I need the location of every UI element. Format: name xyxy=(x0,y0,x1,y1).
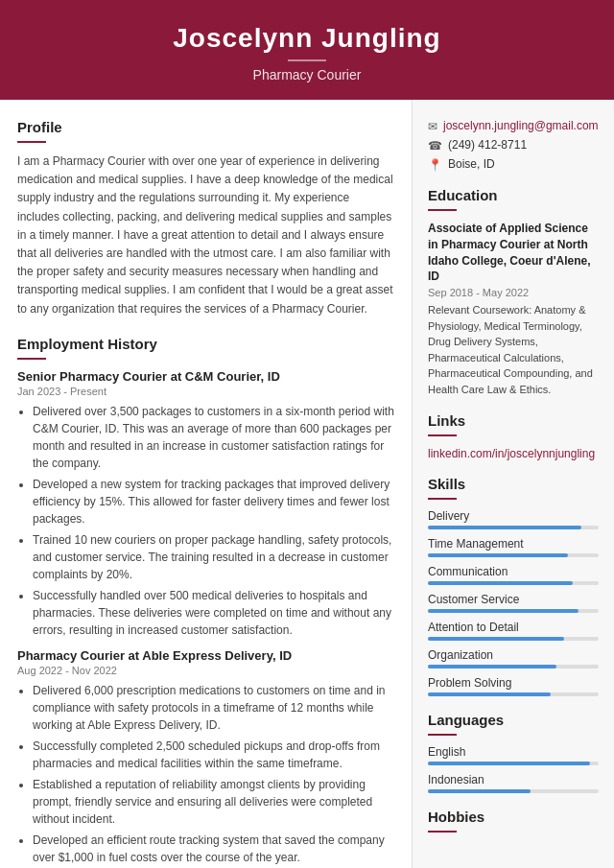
skill-name: Communication xyxy=(428,565,599,578)
skill-item: Organization xyxy=(428,648,599,669)
skill-bar-bg xyxy=(428,692,599,696)
language-bar-bg xyxy=(428,762,599,765)
languages-section: Languages English Indonesian xyxy=(428,712,599,793)
list-item: Delivered over 3,500 packages to custome… xyxy=(33,403,394,472)
skill-bar-fill xyxy=(428,581,573,585)
links-section: Links linkedin.com/in/joscelynnjungling xyxy=(428,412,599,460)
job-2-dates: Aug 2022 - Nov 2022 xyxy=(17,665,394,676)
employment-divider xyxy=(17,358,46,360)
phone-text: (249) 412-8711 xyxy=(448,138,527,152)
skill-bar-fill xyxy=(428,526,581,529)
education-section: Education Associate of Applied Science i… xyxy=(428,187,599,397)
job-2: Pharmacy Courier at Able Express Deliver… xyxy=(17,648,394,866)
language-item: English xyxy=(428,745,599,765)
skill-item: Attention to Detail xyxy=(428,621,599,641)
skill-name: Problem Solving xyxy=(428,676,599,690)
skill-name: Delivery xyxy=(428,509,599,523)
skill-name: Organization xyxy=(428,648,599,662)
links-divider xyxy=(428,434,457,436)
skill-name: Attention to Detail xyxy=(428,621,599,634)
languages-divider xyxy=(428,734,457,736)
list-item: Established a reputation of reliability … xyxy=(33,776,394,828)
contact-section: ✉ joscelynn.jungling@gmail.com ☎ (249) 4… xyxy=(428,119,599,172)
employment-section: Employment History Senior Pharmacy Couri… xyxy=(17,336,394,866)
phone-icon: ☎ xyxy=(428,139,442,152)
location-icon: 📍 xyxy=(428,158,442,172)
skill-item: Delivery xyxy=(428,509,599,529)
location-text: Boise, ID xyxy=(448,157,495,171)
email-icon: ✉ xyxy=(428,120,437,133)
skill-bar-fill xyxy=(428,665,556,669)
right-column: ✉ joscelynn.jungling@gmail.com ☎ (249) 4… xyxy=(413,100,614,868)
language-name: Indonesian xyxy=(428,773,599,786)
languages-title: Languages xyxy=(428,712,599,728)
job-1-bullets: Delivered over 3,500 packages to custome… xyxy=(17,403,394,639)
language-bar-fill xyxy=(428,789,531,793)
skill-item: Problem Solving xyxy=(428,676,599,696)
skill-bar-fill xyxy=(428,609,579,613)
skill-bar-bg xyxy=(428,609,599,613)
skill-bar-bg xyxy=(428,665,599,669)
body-section: Profile I am a Pharmacy Courier with ove… xyxy=(0,100,614,868)
profile-section: Profile I am a Pharmacy Courier with ove… xyxy=(17,119,394,318)
header-section: Joscelynn Jungling Pharmacy Courier xyxy=(0,0,614,100)
education-title: Education xyxy=(428,187,599,203)
job-1-title: Senior Pharmacy Courier at C&M Courier, … xyxy=(17,369,394,384)
contact-email: ✉ joscelynn.jungling@gmail.com xyxy=(428,119,599,133)
hobbies-title: Hobbies xyxy=(428,809,599,825)
skill-item: Communication xyxy=(428,565,599,585)
skill-bar-bg xyxy=(428,637,599,641)
languages-container: English Indonesian xyxy=(428,745,599,793)
profile-text: I am a Pharmacy Courier with over one ye… xyxy=(17,152,394,318)
skill-bar-bg xyxy=(428,526,599,529)
edu-coursework: Relevant Coursework: Anatomy & Physiolog… xyxy=(428,302,599,397)
profile-divider xyxy=(17,141,46,143)
list-item: Developed a new system for tracking pack… xyxy=(33,476,394,528)
language-bar-bg xyxy=(428,789,599,793)
list-item: Developed an efficient route tracking sy… xyxy=(33,832,394,866)
left-column: Profile I am a Pharmacy Courier with ove… xyxy=(0,100,413,868)
contact-phone: ☎ (249) 412-8711 xyxy=(428,138,599,152)
skill-bar-fill xyxy=(428,637,564,641)
candidate-name: Joscelynn Jungling xyxy=(19,23,595,54)
edu-dates: Sep 2018 - May 2022 xyxy=(428,287,599,298)
header-divider xyxy=(288,59,326,61)
email-link[interactable]: joscelynn.jungling@gmail.com xyxy=(443,119,599,132)
profile-title: Profile xyxy=(17,119,394,135)
skill-item: Time Management xyxy=(428,537,599,557)
skill-bar-fill xyxy=(428,692,551,696)
skills-container: Delivery Time Management Communication C… xyxy=(428,509,599,696)
skills-section: Skills Delivery Time Management Communic… xyxy=(428,476,599,696)
candidate-title: Pharmacy Courier xyxy=(19,67,595,82)
skill-bar-bg xyxy=(428,553,599,557)
hobbies-section: Hobbies xyxy=(428,809,599,833)
skill-bar-fill xyxy=(428,553,568,557)
edu-degree: Associate of Applied Science in Pharmacy… xyxy=(428,221,599,285)
skills-title: Skills xyxy=(428,476,599,492)
job-2-bullets: Delivered 6,000 prescription medications… xyxy=(17,682,394,866)
list-item: Delivered 6,000 prescription medications… xyxy=(33,682,394,734)
linkedin-link[interactable]: linkedin.com/in/joscelynnjungling xyxy=(428,447,595,460)
skills-divider xyxy=(428,498,457,500)
list-item: Successfully completed 2,500 scheduled p… xyxy=(33,738,394,772)
resume-page: Joscelynn Jungling Pharmacy Courier Prof… xyxy=(0,0,614,868)
skill-name: Time Management xyxy=(428,537,599,551)
language-bar-fill xyxy=(428,762,590,765)
employment-title: Employment History xyxy=(17,336,394,352)
skill-bar-bg xyxy=(428,581,599,585)
job-1-dates: Jan 2023 - Present xyxy=(17,386,394,397)
language-item: Indonesian xyxy=(428,773,599,793)
language-name: English xyxy=(428,745,599,759)
skill-name: Customer Service xyxy=(428,593,599,606)
list-item: Successfully handled over 500 medical de… xyxy=(33,587,394,639)
job-1: Senior Pharmacy Courier at C&M Courier, … xyxy=(17,369,394,639)
hobbies-divider xyxy=(428,831,457,833)
list-item: Trained 10 new couriers on proper packag… xyxy=(33,531,394,583)
links-title: Links xyxy=(428,412,599,429)
job-2-title: Pharmacy Courier at Able Express Deliver… xyxy=(17,648,394,663)
skill-item: Customer Service xyxy=(428,593,599,613)
education-divider xyxy=(428,209,457,211)
contact-location: 📍 Boise, ID xyxy=(428,157,599,172)
